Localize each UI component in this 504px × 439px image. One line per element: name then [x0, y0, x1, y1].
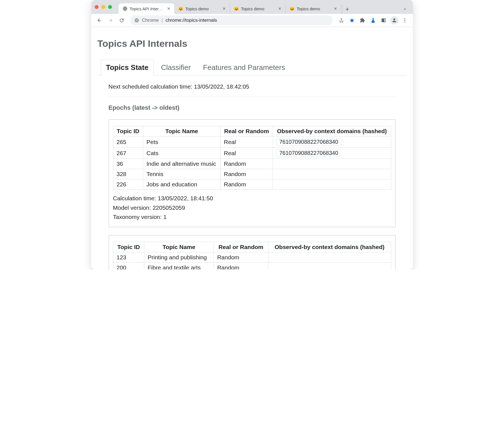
cat-icon: 🐱 [290, 6, 295, 11]
titlebar: Topics API Internals ✕ 🐱 Topics demo ✕ 🐱… [91, 0, 413, 14]
page-title: Topics API Internals [97, 38, 407, 49]
cell-topic-name: Indie and alternative music [143, 159, 221, 169]
cell-hash: 7610709088227068340 [273, 148, 391, 159]
calc-time-value: 13/05/2022, 18:41:50 [158, 195, 213, 201]
cell-hash [273, 159, 391, 169]
cell-topic-id: 36 [113, 159, 143, 169]
tab-topics-state[interactable]: Topics State [101, 60, 154, 75]
cell-topic-id: 265 [113, 136, 143, 148]
svg-point-5 [404, 20, 405, 21]
cell-hash: 7610709088227068340 [273, 136, 391, 148]
menu-button[interactable] [400, 16, 410, 25]
svg-point-2 [136, 20, 137, 21]
address-bar[interactable]: Chrome | chrome://topics-internals [130, 15, 333, 25]
tab-title: Topics demo [297, 6, 332, 11]
globe-icon [123, 6, 128, 11]
cell-topic-id: 123 [113, 252, 144, 262]
table-row: 267 Cats Real 7610709088227068340 [113, 148, 391, 159]
col-observed-hash: Observed-by context domains (hashed) [273, 126, 391, 136]
browser-tab[interactable]: 🐱 Topics demo ✕ [286, 3, 341, 14]
next-calc-line: Next scheduled calculation time: 13/05/2… [109, 83, 396, 90]
col-observed-hash: Observed-by context domains (hashed) [268, 242, 391, 252]
window-controls [95, 5, 112, 9]
cell-topic-name: Printing and publishing [144, 252, 214, 262]
svg-point-6 [404, 21, 405, 22]
col-topic-name: Topic Name [143, 126, 221, 136]
cell-topic-id: 328 [113, 169, 143, 179]
cell-real-random: Random [221, 179, 273, 190]
share-button[interactable] [337, 16, 346, 25]
extensions-button[interactable] [358, 16, 367, 25]
taxonomy-version-label: Taxonomy version: [113, 214, 163, 220]
calc-time-label: Calculation time: [113, 195, 158, 201]
table-row: 200 Fibre and textile arts Random [113, 262, 391, 269]
close-tab-icon[interactable]: ✕ [222, 6, 226, 11]
browser-tabs: Topics API Internals ✕ 🐱 Topics demo ✕ 🐱… [119, 0, 410, 14]
cell-hash [268, 252, 391, 262]
tabs-dropdown-button[interactable] [400, 4, 410, 14]
tab-classifier[interactable]: Classifier [156, 60, 196, 75]
browser-tab[interactable]: 🐱 Topics demo ✕ [230, 3, 286, 14]
close-window-button[interactable] [95, 5, 99, 9]
tab-panel-topics-state: Next scheduled calculation time: 13/05/2… [97, 75, 407, 269]
svg-point-4 [404, 18, 405, 19]
side-panel-button[interactable] [379, 16, 388, 25]
tab-title: Topics demo [241, 6, 276, 11]
cell-topic-name: Fibre and textile arts [144, 262, 214, 269]
epoch-table: Topic ID Topic Name Real or Random Obser… [113, 126, 391, 190]
tab-features-parameters[interactable]: Features and Parameters [198, 60, 290, 75]
close-tab-icon[interactable]: ✕ [167, 6, 170, 11]
address-prefix: Chrome [142, 18, 159, 23]
cell-topic-name: Pets [143, 136, 221, 148]
cell-real-random: Random [221, 159, 273, 169]
table-row: 123 Printing and publishing Random [113, 252, 391, 262]
labs-button[interactable] [368, 16, 378, 25]
cell-real-random: Real [221, 148, 273, 159]
epoch-box: Topic ID Topic Name Real or Random Obser… [109, 235, 396, 269]
minimize-window-button[interactable] [101, 5, 105, 9]
cell-hash [273, 179, 391, 190]
divider [109, 96, 396, 96]
maximize-window-button[interactable] [108, 5, 112, 9]
cell-topic-id: 200 [113, 262, 144, 269]
epoch-table: Topic ID Topic Name Real or Random Obser… [113, 242, 391, 269]
reload-button[interactable] [117, 16, 126, 25]
forward-button[interactable] [106, 16, 115, 25]
cell-topic-name: Jobs and education [143, 179, 221, 190]
chrome-icon [134, 18, 139, 23]
table-row: 328 Tennis Random [113, 169, 391, 179]
cell-hash [268, 262, 391, 269]
tab-title: Topics demo [185, 6, 220, 11]
table-header-row: Topic ID Topic Name Real or Random Obser… [113, 126, 391, 136]
epochs-heading: Epochs (latest -> oldest) [109, 104, 396, 111]
col-topic-id: Topic ID [113, 242, 144, 252]
browser-tab-active[interactable]: Topics API Internals ✕ [119, 3, 174, 14]
close-tab-icon[interactable]: ✕ [278, 6, 282, 11]
col-topic-id: Topic ID [113, 126, 143, 136]
svg-rect-3 [372, 18, 374, 19]
col-real-random: Real or Random [221, 126, 273, 136]
epoch-meta: Calculation time: 13/05/2022, 18:41:50 M… [113, 194, 391, 222]
profile-button[interactable] [390, 16, 399, 25]
cat-icon: 🐱 [234, 6, 239, 11]
model-version-value: 2205052059 [153, 204, 185, 211]
col-topic-name: Topic Name [144, 242, 214, 252]
cell-hash [273, 169, 391, 179]
col-real-random: Real or Random [214, 242, 268, 252]
bookmark-button[interactable] [347, 16, 357, 25]
cell-topic-name: Cats [143, 148, 221, 159]
close-tab-icon[interactable]: ✕ [334, 6, 337, 11]
toolbar-actions [337, 16, 410, 25]
page-content: Topics API Internals Topics State Classi… [91, 27, 413, 269]
new-tab-button[interactable]: + [342, 4, 352, 14]
browser-tab[interactable]: 🐱 Topics demo ✕ [174, 3, 230, 14]
cell-real-random: Real [221, 136, 273, 148]
address-separator: | [162, 18, 163, 23]
table-row: 36 Indie and alternative music Random [113, 159, 391, 169]
table-row: 265 Pets Real 7610709088227068340 [113, 136, 391, 148]
next-calc-value: 13/05/2022, 18:42:05 [194, 83, 249, 90]
content-tabs: Topics State Classifier Features and Par… [97, 60, 407, 75]
back-button[interactable] [95, 16, 104, 25]
cell-topic-id: 226 [113, 179, 143, 190]
cell-topic-name: Tennis [143, 169, 221, 179]
